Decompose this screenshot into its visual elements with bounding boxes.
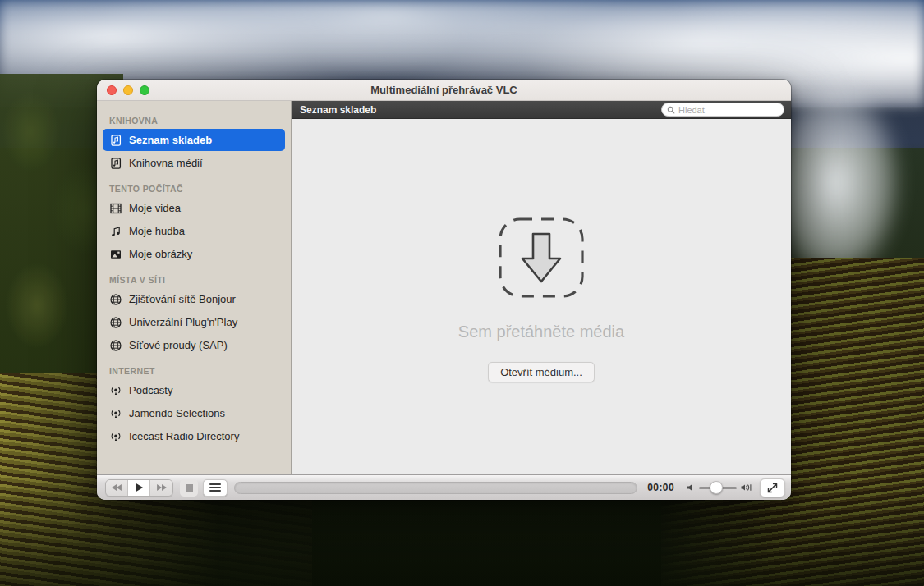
- sidebar-item-label: Jamendo Selections: [129, 407, 225, 419]
- volume-low-icon: [687, 483, 695, 492]
- sidebar-item-my-music[interactable]: Moje hudba: [103, 220, 285, 242]
- sidebar-item-upnp[interactable]: Univerzální Plug'n'Play: [103, 311, 285, 333]
- sidebar-item-media-library[interactable]: Knihovna médií: [103, 152, 285, 174]
- stop-button[interactable]: [180, 479, 198, 497]
- desktop: Multimediální přehrávač VLC KNIHOVNA Sez…: [0, 0, 924, 586]
- fast-forward-icon: [156, 483, 168, 492]
- play-icon: [135, 483, 144, 492]
- sidebar-item-label: Univerzální Plug'n'Play: [129, 316, 237, 328]
- sidebar-item-label: Knihovna médií: [129, 157, 203, 169]
- sidebar-item-podcasts[interactable]: Podcasty: [103, 379, 285, 401]
- sidebar-item-label: Zjišťování sítě Bonjour: [129, 293, 236, 305]
- stop-icon: [186, 484, 193, 492]
- sidebar: KNIHOVNA Seznam skladeb Kniho: [97, 101, 292, 474]
- playlist-icon: [209, 483, 221, 492]
- elapsed-time: 00:00: [647, 482, 674, 493]
- playback-controls: 00:00: [97, 474, 791, 500]
- sidebar-section-title-network: MÍSTA V SÍTI: [109, 275, 291, 285]
- drop-target-icon: [499, 217, 584, 298]
- sidebar-item-label: Moje obrázky: [129, 248, 192, 260]
- sidebar-item-label: Podcasty: [129, 384, 172, 396]
- volume-knob[interactable]: [710, 481, 723, 494]
- fullscreen-button[interactable]: [760, 478, 785, 497]
- sidebar-section-title-internet: INTERNET: [109, 366, 291, 376]
- playlist-doc-icon: [109, 134, 122, 147]
- playlist-dropzone: Sem přetáhněte média Otevřít médium...: [292, 119, 791, 474]
- globe-icon: [109, 339, 122, 352]
- main-area: Seznam skladeb Sem přetáhněte mé: [292, 101, 791, 474]
- sidebar-item-label: Síťové proudy (SAP): [129, 339, 228, 351]
- broadcast-icon: [109, 407, 122, 420]
- sidebar-item-icecast[interactable]: Icecast Radio Directory: [103, 425, 285, 447]
- fullscreen-icon: [767, 483, 778, 493]
- playlist-header-title: Seznam skladeb: [300, 104, 661, 116]
- sidebar-item-playlist[interactable]: Seznam skladeb: [103, 129, 285, 151]
- sidebar-item-label: Moje videa: [129, 202, 181, 214]
- sidebar-item-bonjour[interactable]: Zjišťování sítě Bonjour: [103, 288, 285, 310]
- search-input[interactable]: [678, 105, 779, 115]
- sidebar-item-sap-streams[interactable]: Síťové proudy (SAP): [103, 334, 285, 356]
- playlist-header-bar: Seznam skladeb: [292, 101, 791, 119]
- sidebar-item-jamendo[interactable]: Jamendo Selections: [103, 402, 285, 424]
- playlist-doc-icon: [109, 157, 122, 170]
- search-field[interactable]: [661, 103, 784, 117]
- previous-button[interactable]: [106, 480, 128, 496]
- globe-icon: [109, 293, 122, 306]
- sidebar-section-title-computer: TENTO POČÍTAČ: [109, 184, 291, 194]
- picture-icon: [109, 248, 122, 261]
- rewind-icon: [111, 483, 122, 492]
- window-title: Multimediální přehrávač VLC: [97, 84, 791, 96]
- sidebar-item-my-videos[interactable]: Moje videa: [103, 197, 285, 219]
- seek-bar[interactable]: [234, 482, 637, 494]
- globe-icon: [109, 316, 122, 329]
- volume-high-icon: [741, 483, 752, 492]
- film-icon: [109, 202, 122, 215]
- volume-slider[interactable]: [699, 487, 737, 489]
- drop-hint-text: Sem přetáhněte média: [458, 323, 624, 341]
- broadcast-icon: [109, 430, 122, 443]
- sidebar-item-label: Icecast Radio Directory: [129, 430, 239, 442]
- play-button[interactable]: [128, 480, 150, 496]
- window-body: KNIHOVNA Seznam skladeb Kniho: [97, 101, 791, 474]
- playlist-toggle-button[interactable]: [203, 479, 228, 497]
- window-titlebar[interactable]: Multimediální přehrávač VLC: [97, 80, 791, 101]
- sidebar-item-label: Seznam skladeb: [129, 134, 212, 146]
- sidebar-section-title-library: KNIHOVNA: [109, 116, 291, 126]
- volume-control: [687, 483, 752, 492]
- sidebar-item-label: Moje hudba: [129, 225, 185, 237]
- sidebar-item-my-pictures[interactable]: Moje obrázky: [103, 243, 285, 265]
- broadcast-icon: [109, 384, 122, 397]
- music-note-icon: [109, 225, 122, 238]
- next-button[interactable]: [150, 480, 172, 496]
- search-icon: [667, 106, 675, 114]
- vlc-window: Multimediální přehrávač VLC KNIHOVNA Sez…: [97, 80, 791, 500]
- open-media-button[interactable]: Otevřít médium...: [488, 362, 595, 382]
- transport-controls: [105, 479, 173, 497]
